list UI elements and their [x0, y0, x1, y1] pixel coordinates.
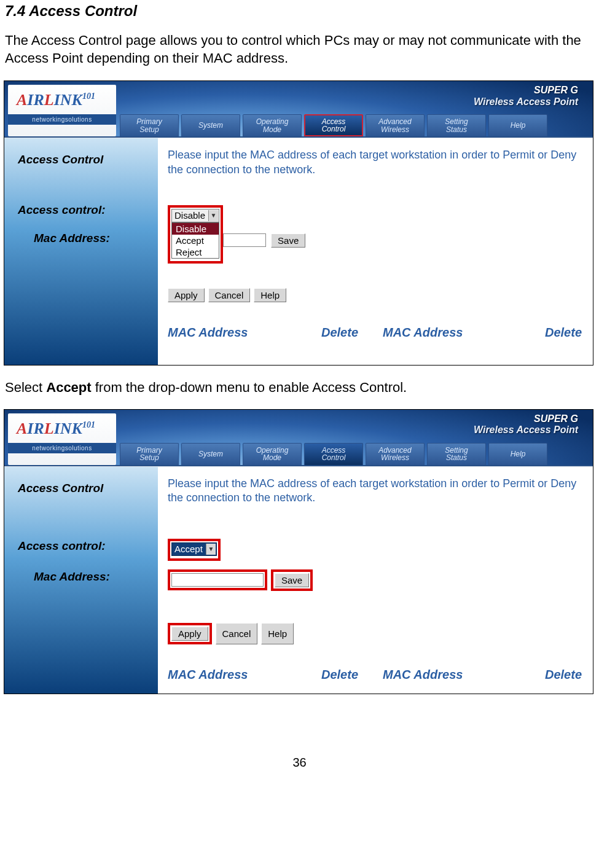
brand-tagline: SUPER G Wireless Access Point [474, 413, 578, 436]
apply-button-highlight: Apply [168, 623, 212, 644]
label-mac-address: Mac Address: [34, 232, 148, 245]
access-control-dropdown[interactable]: Accept ▼ [171, 542, 217, 556]
mac-table-header: MAC Address Delete MAC Address Delete [168, 668, 588, 682]
save-button[interactable]: Save [275, 573, 309, 587]
logo-subtitle: networkingsolutions [8, 443, 116, 453]
app-banner: AIRLINK101 networkingsolutions SUPER G W… [4, 410, 593, 466]
label-access-control: Access control: [18, 539, 148, 553]
th-delete-1: Delete [321, 668, 383, 682]
tab-setting-status[interactable]: SettingStatus [427, 114, 486, 136]
label-mac-address: Mac Address: [34, 570, 148, 584]
mac-table-header: MAC Address Delete MAC Address Delete [168, 326, 588, 340]
mac-input-highlight [168, 569, 267, 590]
mac-address-input[interactable] [223, 233, 266, 247]
th-mac-1: MAC Address [168, 668, 321, 682]
save-button[interactable]: Save [271, 233, 305, 248]
help-button[interactable]: Help [261, 623, 294, 644]
dropdown-list: Disable Accept Reject [171, 222, 219, 259]
access-control-dropdown[interactable]: Disable ▼ [171, 209, 219, 222]
th-mac-1: MAC Address [168, 326, 321, 340]
tab-help[interactable]: Help [488, 443, 547, 465]
dropdown-value: Accept [172, 544, 205, 554]
th-delete-2: Delete [542, 326, 588, 340]
screenshot-1: AIRLINK101 networkingsolutions SUPER G W… [4, 80, 593, 366]
access-control-dropdown-highlight: Accept ▼ [168, 539, 221, 561]
main-panel: Please input the MAC address of each tar… [158, 138, 593, 365]
mac-address-input[interactable] [171, 573, 264, 587]
brand-tagline: SUPER G Wireless Access Point [474, 85, 578, 108]
tab-primary-setup[interactable]: PrimarySetup [120, 443, 179, 465]
main-panel: Please input the MAC address of each tar… [158, 467, 593, 694]
label-access-control: Access control: [18, 203, 148, 217]
logo: AIRLINK101 networkingsolutions [8, 85, 116, 136]
cancel-button[interactable]: Cancel [216, 623, 258, 644]
dropdown-value: Disable [172, 210, 208, 221]
th-mac-2: MAC Address [383, 326, 542, 340]
panel-description: Please input the MAC address of each tar… [168, 477, 588, 506]
apply-button[interactable]: Apply [171, 627, 208, 641]
cancel-button[interactable]: Cancel [208, 288, 251, 302]
logo-text: AIRLINK101 [8, 85, 116, 109]
save-button-highlight: Save [271, 569, 313, 591]
side-panel: Access Control Access control: Mac Addre… [4, 138, 158, 365]
side-panel: Access Control Access control: Mac Addre… [4, 467, 158, 694]
tab-advanced-wireless[interactable]: AdvancedWireless [366, 443, 425, 465]
intro-paragraph: The Access Control page allows you to co… [0, 27, 599, 77]
chevron-down-icon[interactable]: ▼ [208, 210, 218, 221]
tab-system[interactable]: System [181, 114, 240, 136]
panel-description: Please input the MAC address of each tar… [168, 148, 588, 177]
access-control-dropdown-highlight: Disable ▼ Disable Accept Reject [168, 205, 223, 264]
dropdown-option-accept[interactable]: Accept [172, 235, 219, 246]
screenshot-2: AIRLINK101 networkingsolutions SUPER G W… [4, 409, 593, 694]
chevron-down-icon[interactable]: ▼ [206, 544, 216, 555]
th-delete-2: Delete [542, 668, 588, 682]
tab-system[interactable]: System [181, 443, 240, 465]
tab-access-control[interactable]: AccessControl [304, 443, 363, 465]
logo-text: AIRLINK101 [8, 413, 116, 438]
section-heading: 7.4 Access Control [0, 0, 599, 27]
side-title: Access Control [18, 482, 148, 495]
tab-operating-mode[interactable]: OperatingMode [243, 114, 302, 136]
logo-subtitle: networkingsolutions [8, 114, 116, 125]
app-banner: AIRLINK101 networkingsolutions SUPER G W… [4, 81, 593, 138]
nav-tabs: PrimarySetup System OperatingMode Access… [120, 443, 547, 465]
tab-help[interactable]: Help [488, 114, 547, 136]
dropdown-option-reject[interactable]: Reject [172, 246, 219, 258]
page-number: 36 [0, 756, 599, 776]
tab-advanced-wireless[interactable]: AdvancedWireless [366, 114, 425, 136]
logo: AIRLINK101 networkingsolutions [8, 413, 116, 465]
between-paragraph: Select Accept from the drop-down menu to… [0, 370, 599, 405]
tab-access-control[interactable]: AccessControl [304, 114, 363, 136]
tab-primary-setup[interactable]: PrimarySetup [120, 114, 179, 136]
help-button[interactable]: Help [254, 288, 286, 302]
tab-setting-status[interactable]: SettingStatus [427, 443, 486, 465]
th-mac-2: MAC Address [383, 668, 542, 682]
side-title: Access Control [18, 153, 148, 166]
dropdown-option-disable[interactable]: Disable [172, 223, 219, 235]
apply-button[interactable]: Apply [168, 288, 205, 302]
th-delete-1: Delete [321, 326, 383, 340]
nav-tabs: PrimarySetup System OperatingMode Access… [120, 114, 547, 136]
tab-operating-mode[interactable]: OperatingMode [243, 443, 302, 465]
